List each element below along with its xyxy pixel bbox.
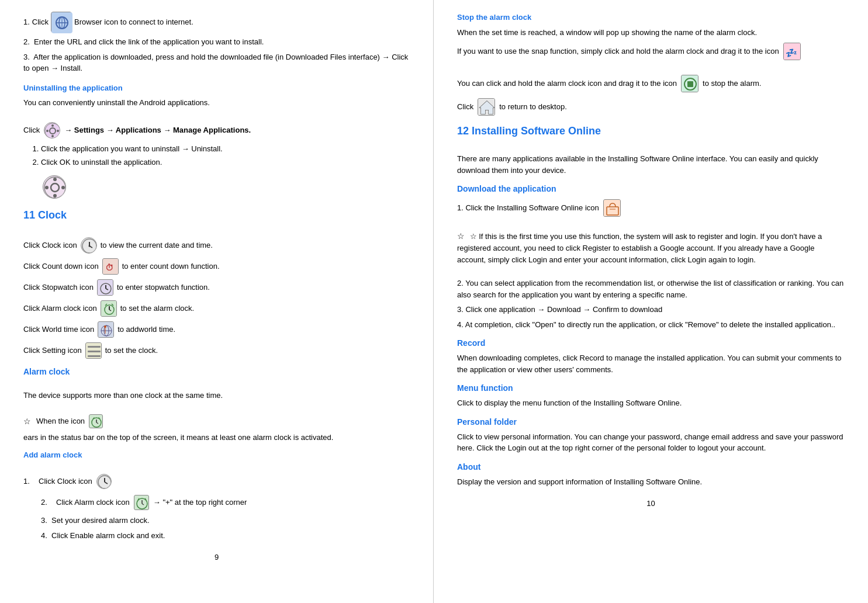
click-world-suffix: to addworld time. xyxy=(117,325,175,334)
stop-alarm-desc4-suffix: to return to desktop. xyxy=(499,101,567,113)
step1-row: 1. Click Browser icon to connect to inte… xyxy=(23,12,410,33)
about-title: About xyxy=(457,462,845,472)
click-clock-suffix: to view the current date and time. xyxy=(101,241,213,249)
countdown-icon: ⏱ xyxy=(102,258,119,275)
stop-alarm-desc3-row: You can click and hold the alarm clock i… xyxy=(457,74,845,93)
add-step4: 4. Click Enable alarm clock and exit. xyxy=(41,530,410,542)
clock-row: Click Clock icon to view the current dat… xyxy=(23,237,410,254)
record-desc: When downloading completes, click Record… xyxy=(457,352,845,375)
about-desc: Display the version and support informat… xyxy=(457,476,845,488)
home-icon xyxy=(478,98,495,116)
click-alarm-label: Click Alarm clock icon xyxy=(23,304,97,313)
alarm-status-suffix: ears in the status bar on the top of the… xyxy=(23,432,333,443)
alarm-icon xyxy=(101,300,117,317)
download-step1-text: 1. Click the Installing Software Online … xyxy=(457,202,599,214)
svg-rect-40 xyxy=(88,346,101,348)
stopwatch-row: Click Stopwatch icon to enter stopwatch … xyxy=(23,279,410,296)
add-step1-label: Click Clock icon xyxy=(39,476,92,487)
world-icon xyxy=(98,321,114,338)
browser-steps: 1. Click Browser icon to connect to inte… xyxy=(23,12,410,74)
stop-alarm-desc1: When the set time is reached, a window w… xyxy=(457,27,845,39)
stop-alarm-desc2-row: If you want to use the snap function, si… xyxy=(457,41,845,61)
alarm-status-icon xyxy=(89,414,103,428)
svg-rect-41 xyxy=(88,351,101,352)
right-page: Stop the alarm clock When the set time i… xyxy=(434,0,868,603)
menu-section: Menu function Click to display the menu … xyxy=(457,383,845,409)
add-step2-label: Click Alarm clock icon xyxy=(56,497,130,508)
star-icon-download: ☆ xyxy=(457,231,465,241)
browser-icon xyxy=(51,12,72,33)
add-step1-row: 1. Click Clock icon xyxy=(23,473,410,490)
add-step2-suffix: → "+" at the top right corner xyxy=(153,497,247,508)
step3-text: 3. After the application is downloaded, … xyxy=(23,51,410,74)
uninstall-section: Uninstalling the application You can con… xyxy=(23,82,410,200)
click-stopwatch-suffix: to enter stopwatch function. xyxy=(117,283,210,292)
uninstall-step1: Click the application you want to uninst… xyxy=(41,143,410,155)
personal-section: Personal folder Click to view personal i… xyxy=(457,417,845,454)
svg-point-15 xyxy=(45,186,49,189)
stop-alarm-title: Stop the alarm clock xyxy=(457,12,845,23)
add-step2-num: 2. xyxy=(41,497,47,508)
install-desc: There are many applications available in… xyxy=(457,153,845,176)
svg-point-16 xyxy=(61,186,65,189)
download-step4: 4. At completion, click "Open" to direct… xyxy=(457,319,845,331)
alarm-status-row: ☆ When the icon ears in the status bar o… xyxy=(23,413,410,443)
stop-alarm-desc4-row: Click to return to desktop. xyxy=(457,97,845,117)
alarm-clock-desc: The device supports more than one clock … xyxy=(23,390,410,401)
add-step1-num: 1. xyxy=(23,476,30,487)
alarm-clock-section: Alarm clock The device supports more tha… xyxy=(23,367,410,542)
svg-text:💤: 💤 xyxy=(786,47,797,58)
uninstall-arrow-settings: → Settings → Applications → Manage Appli… xyxy=(64,124,251,136)
svg-text:⏱: ⏱ xyxy=(105,263,113,272)
svg-point-9 xyxy=(46,130,49,132)
add-step1-clock-icon xyxy=(96,474,112,489)
step1-suffix: Browser icon to connect to internet. xyxy=(74,16,193,28)
svg-rect-60 xyxy=(687,81,693,87)
page-number-left: 9 xyxy=(23,553,410,562)
svg-line-53 xyxy=(142,504,144,505)
add-step3: 3. Set your desired alarm clock. xyxy=(41,515,410,526)
step1-number: 1. xyxy=(23,16,30,28)
download-section: Download the application 1. Click the In… xyxy=(457,184,845,330)
stopwatch-icon xyxy=(97,279,113,296)
menu-desc: Click to display the menu function of th… xyxy=(457,397,845,409)
uninstall-click-row: Click → Settings → Applications → Manage… xyxy=(23,121,410,140)
personal-title: Personal folder xyxy=(457,417,845,427)
stop-alarm-section: Stop the alarm clock When the set time i… xyxy=(457,12,845,117)
uninstall-steps-list: Click the application you want to uninst… xyxy=(23,143,410,168)
step2-num: 2. xyxy=(23,37,30,46)
svg-rect-42 xyxy=(88,355,101,357)
download-note-text: ☆ If this is the first time you use this… xyxy=(457,232,822,264)
svg-point-20 xyxy=(88,245,90,247)
step1-click-label: Click xyxy=(32,16,49,28)
personal-desc: Click to view personal information. You … xyxy=(457,431,845,454)
download-title: Download the application xyxy=(457,184,845,193)
click-countdown-suffix: to enter count down function. xyxy=(122,262,220,271)
download-step2: 2. You can select application from the r… xyxy=(457,278,845,300)
install-section: 12 Installing Software Online There are … xyxy=(457,125,845,176)
clock-title: 11 Clock xyxy=(23,209,410,221)
record-section: Record When downloading completes, click… xyxy=(457,338,845,375)
add-step3-num: 3. xyxy=(41,516,47,525)
click-countdown-label: Click Count down icon xyxy=(23,262,99,271)
countdown-row: Click Count down icon ⏱ to enter count d… xyxy=(23,258,410,275)
svg-point-14 xyxy=(53,194,57,197)
step2-text: 2. Enter the URL and click the link of t… xyxy=(23,36,410,48)
svg-point-10 xyxy=(57,130,59,132)
about-section: About Display the version and support in… xyxy=(457,462,845,488)
svg-line-45 xyxy=(96,422,98,424)
left-page: 1. Click Browser icon to connect to inte… xyxy=(0,0,434,603)
page-number-right: 10 xyxy=(457,499,845,508)
click-setting-label: Click Setting icon xyxy=(23,346,82,355)
uninstall-desc: You can conveniently uninstall the Andro… xyxy=(23,97,410,109)
svg-point-13 xyxy=(53,178,57,181)
add-step2-row: 2. Click Alarm clock icon → "+" at the t… xyxy=(41,494,410,511)
clock-section: 11 Clock Click Clock icon to view the cu… xyxy=(23,209,410,359)
svg-point-8 xyxy=(51,135,54,137)
uninstall-step2: Click OK to uninstall the application. xyxy=(41,157,410,168)
stop-alarm-desc2: If you want to use the snap function, si… xyxy=(457,46,779,57)
stop-alarm-desc3: You can click and hold the alarm clock i… xyxy=(457,78,677,89)
setting-icon xyxy=(85,342,102,359)
add-alarm-title: Add alarm clock xyxy=(23,449,410,461)
click-setting-suffix: to set the clock. xyxy=(105,346,158,355)
